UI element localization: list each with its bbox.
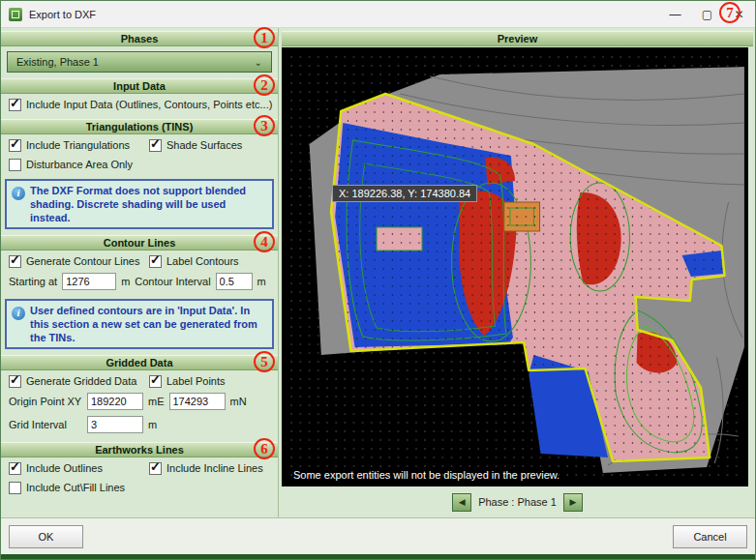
annotation-5: 5	[254, 351, 275, 372]
annotation-3: 3	[254, 115, 275, 136]
starting-at-unit: m	[121, 275, 130, 288]
preview-panel: Preview	[280, 28, 755, 517]
preview-section-title: Preview	[498, 33, 538, 44]
contour-row-1: Generate Contour Lines Label Contours	[1, 251, 278, 270]
info-icon: i	[12, 307, 25, 320]
label-points-label: Label Points	[166, 374, 226, 388]
chevron-down-icon: ⌄	[255, 57, 262, 68]
label-points-checkbox[interactable]	[149, 375, 162, 388]
annotation-4: 4	[254, 231, 275, 252]
preview-note: Some export entities will not be display…	[293, 469, 559, 481]
origin-y-input[interactable]	[169, 393, 226, 410]
preview-canvas[interactable]: X: 189226.38, Y: 174380.84 Some export e…	[282, 47, 748, 486]
window-bottom-edge	[1, 554, 755, 559]
next-phase-icon[interactable]: ▶	[563, 493, 583, 512]
starting-at-input[interactable]	[62, 273, 116, 290]
contour-interval-unit: m	[257, 275, 266, 288]
phase-navigation: ◀ Phase : Phase 1 ▶	[280, 492, 755, 512]
phase-dropdown[interactable]: Existing, Phase 1 ⌄	[7, 51, 272, 73]
earthworks-section-title: Earthworks Lines	[95, 444, 184, 456]
include-triangulations-checkbox[interactable]	[9, 139, 21, 152]
annotation-1: 1	[254, 27, 275, 48]
window-title: Export to DXF	[29, 9, 96, 20]
grid-interval-unit: m	[148, 418, 157, 431]
origin-y-unit: mN	[230, 395, 247, 408]
starting-at-label: Starting at	[9, 275, 57, 288]
gridded-data-section-header: Gridded Data 5	[1, 355, 278, 370]
earthworks-row-2: Include Cut\Fill Lines	[1, 477, 278, 496]
earthworks-row-1: Include Outlines Include Incline Lines	[1, 457, 278, 477]
include-outlines-checkbox[interactable]	[9, 462, 21, 475]
include-outlines-label: Include Outlines	[26, 461, 103, 475]
include-input-data-checkbox[interactable]	[9, 99, 21, 111]
info-icon: i	[12, 187, 25, 200]
titlebar: Export to DXF — ▢ ✕	[1, 1, 755, 28]
export-to-dxf-dialog: Export to DXF — ▢ ✕ 7 Phases 1 Existing,…	[0, 0, 756, 560]
contour-interval-label: Contour Interval	[135, 275, 210, 288]
prev-phase-icon[interactable]: ◀	[452, 493, 471, 512]
origin-x-input[interactable]	[87, 393, 143, 410]
settings-panel: Phases 1 Existing, Phase 1 ⌄ Input Data …	[1, 28, 279, 517]
contour-lines-section-header: Contour Lines 4	[1, 235, 278, 251]
generate-gridded-data-label: Generate Gridded Data	[26, 374, 136, 388]
minimize-icon[interactable]: —	[659, 1, 691, 27]
shade-surfaces-checkbox[interactable]	[149, 139, 162, 152]
annotation-7: 7	[719, 2, 741, 23]
contours-info-box: i User defined contours are in 'Input Da…	[5, 299, 274, 349]
coordinate-tooltip: X: 189226.38, Y: 174380.84	[332, 185, 477, 202]
contour-interval-input[interactable]	[216, 273, 253, 290]
triangulations-section-title: Triangulations (TINS)	[86, 121, 194, 133]
disturbance-area-only-checkbox[interactable]	[9, 159, 21, 171]
generate-gridded-data-checkbox[interactable]	[9, 375, 21, 388]
label-contours-checkbox[interactable]	[149, 255, 162, 268]
app-icon	[9, 8, 22, 21]
shade-surfaces-label: Shade Surfaces	[166, 138, 242, 152]
preview-map[interactable]	[282, 47, 748, 486]
shading-info-box: i The DXF Format does not support blende…	[5, 179, 274, 229]
gridded-data-section-title: Gridded Data	[106, 357, 172, 368]
footer-bar: OK Cancel	[1, 517, 755, 554]
grid-interval-row: Grid Interval m	[1, 413, 278, 436]
include-incline-lines-checkbox[interactable]	[149, 462, 162, 475]
earthworks-section-header: Earthworks Lines 6	[1, 442, 278, 457]
gridded-row-1: Generate Gridded Data Label Points	[1, 370, 278, 390]
triangulations-section-header: Triangulations (TINS) 3	[1, 119, 278, 134]
triangulations-row-2: Disturbance Area Only	[1, 154, 278, 173]
triangulations-row-1: Include Triangulations Shade Surfaces	[1, 134, 278, 154]
input-data-section-title: Input Data	[113, 80, 166, 92]
grid-interval-input[interactable]	[87, 416, 143, 433]
generate-contour-lines-checkbox[interactable]	[9, 255, 21, 268]
phase-dropdown-value: Existing, Phase 1	[16, 56, 99, 68]
generate-contour-lines-label: Generate Contour Lines	[26, 254, 139, 268]
contour-lines-section-title: Contour Lines	[104, 237, 176, 249]
include-cutfill-lines-label: Include Cut\Fill Lines	[26, 481, 125, 494]
window-controls: — ▢ ✕	[659, 1, 755, 27]
cancel-button[interactable]: Cancel	[673, 525, 747, 548]
contours-info-text: User defined contours are in 'Input Data…	[30, 304, 267, 344]
ok-button[interactable]: OK	[9, 525, 83, 548]
shading-info-text: The DXF Format does not support blended …	[30, 184, 267, 224]
include-triangulations-label: Include Triangulations	[26, 138, 130, 152]
maximize-icon[interactable]: ▢	[691, 1, 723, 27]
grid-interval-label: Grid Interval	[9, 418, 82, 431]
include-incline-lines-label: Include Incline Lines	[166, 461, 263, 475]
include-cutfill-lines-checkbox[interactable]	[9, 482, 21, 494]
phase-nav-label: Phase : Phase 1	[478, 496, 557, 508]
preview-section-header: Preview	[282, 31, 753, 46]
include-input-data-row: Include Input Data (Outlines, Contours, …	[1, 94, 278, 113]
origin-point-row: Origin Point XY mE mN	[1, 390, 278, 413]
disturbance-area-only-label: Disturbance Area Only	[26, 158, 133, 171]
phases-section-title: Phases	[121, 33, 159, 44]
input-data-section-header: Input Data 2	[1, 78, 278, 94]
phases-section-header: Phases 1	[1, 31, 278, 46]
include-input-data-label: Include Input Data (Outlines, Contours, …	[26, 98, 272, 111]
contour-row-2: Starting at m Contour Interval m	[1, 270, 278, 293]
origin-x-unit: mE	[148, 395, 165, 408]
label-contours-label: Label Contours	[166, 254, 239, 268]
origin-point-label: Origin Point XY	[9, 395, 82, 408]
annotation-2: 2	[254, 74, 275, 96]
annotation-6: 6	[254, 438, 275, 459]
